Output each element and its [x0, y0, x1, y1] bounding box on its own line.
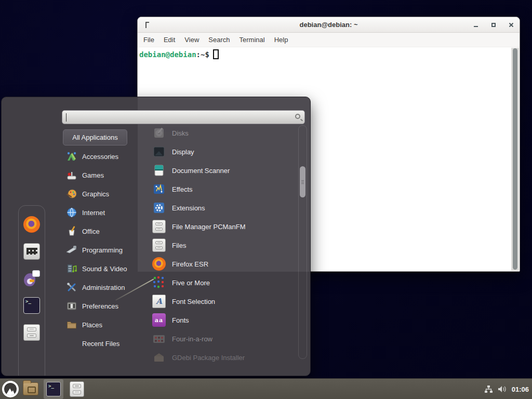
application-menu: debian >_ All Applications Accessories: [1, 97, 311, 376]
taskbar-terminal-icon: >_: [46, 382, 61, 396]
app-list-scrollbar-track[interactable]: [298, 125, 307, 359]
taskbar-folder-icon[interactable]: [23, 382, 38, 395]
terminal-title: debian@debian: ~: [138, 21, 520, 29]
close-button[interactable]: [508, 22, 514, 29]
terminal-scrollbar-thumb[interactable]: [513, 48, 517, 270]
recent-files-icon-empty: [66, 338, 77, 349]
menu-edit[interactable]: Edit: [159, 34, 180, 46]
taskbar-clock[interactable]: 01:06: [512, 385, 529, 393]
app-files[interactable]: Files: [149, 236, 296, 255]
category-administration[interactable]: Administration: [63, 278, 146, 297]
administration-icon: [66, 282, 77, 293]
pidgin-messenger-icon[interactable]: [23, 270, 40, 287]
category-games[interactable]: Games: [63, 166, 146, 184]
keyboard-software-icon[interactable]: [23, 243, 40, 260]
menu-file[interactable]: File: [139, 34, 159, 46]
app-firefox-esr[interactable]: Firefox ESR: [149, 255, 296, 273]
places-folder-icon: [66, 319, 77, 330]
app-four-in-a-row[interactable]: Four-in-a-row: [149, 329, 296, 348]
preferences-icon: [66, 300, 77, 312]
app-disks[interactable]: Disks: [149, 124, 296, 142]
app-font-selection[interactable]: A Font Selection: [149, 292, 296, 311]
terminal-window-icon: [145, 22, 149, 28]
terminal-titlebar[interactable]: debian@debian: ~: [138, 17, 520, 33]
category-office[interactable]: Office: [63, 222, 146, 241]
files-cabinet-icon: [152, 238, 166, 252]
all-applications-button[interactable]: All Applications: [63, 129, 127, 145]
display-icon: [152, 145, 166, 158]
app-extensions[interactable]: Extensions: [149, 198, 296, 217]
maximize-button[interactable]: [490, 22, 497, 29]
taskbar-file-manager-icon[interactable]: [70, 381, 84, 397]
search-icon: [295, 114, 300, 119]
search-caret: [66, 113, 66, 122]
category-programming[interactable]: Programming: [63, 241, 146, 259]
shell-prompt: debian@debian:~$: [139, 49, 219, 59]
menu-terminal[interactable]: Terminal: [235, 34, 270, 46]
graphics-icon: [66, 188, 77, 200]
category-accessories[interactable]: Accessories: [63, 147, 146, 166]
app-document-scanner[interactable]: Document Scanner: [149, 161, 296, 180]
app-pcmanfm[interactable]: File Manager PCManFM: [149, 217, 296, 236]
terminal-cursor: [213, 49, 219, 59]
category-places[interactable]: Places: [63, 315, 146, 334]
app-effects[interactable]: Effects: [149, 180, 296, 198]
category-graphics[interactable]: Graphics: [63, 184, 146, 203]
five-or-more-icon: [152, 276, 166, 289]
effects-icon: [152, 182, 166, 196]
start-menu-button[interactable]: [2, 381, 19, 397]
app-list-scrollbar-thumb[interactable]: [300, 166, 305, 197]
category-preferences[interactable]: Preferences: [63, 297, 146, 315]
programming-icon: [66, 244, 77, 256]
fonts-icon: aa: [152, 313, 166, 327]
internet-globe-icon: [66, 207, 77, 218]
category-sound-video[interactable]: Sound & Video: [63, 259, 146, 278]
accessories-icon: [66, 151, 77, 162]
firefox-esr-icon: [152, 257, 166, 271]
menu-view[interactable]: View: [180, 34, 204, 46]
four-in-a-row-icon: [152, 332, 166, 345]
sound-video-icon: [66, 263, 77, 274]
gdebi-icon: [152, 351, 166, 364]
menu-help[interactable]: Help: [270, 34, 293, 46]
menu-logo-icon: [4, 383, 17, 395]
font-selection-icon: A: [152, 295, 166, 308]
document-scanner-icon: [152, 164, 166, 177]
file-manager-icon[interactable]: [23, 324, 40, 341]
search-input[interactable]: [65, 111, 291, 123]
minimize-button[interactable]: [472, 22, 479, 29]
terminal-menubar: File Edit View Search Terminal Help: [138, 33, 520, 47]
taskbar-terminal-button[interactable]: >_: [44, 379, 63, 399]
app-gdebi[interactable]: GDebi Package Installer: [149, 348, 296, 367]
pcmanfm-cabinet-icon: [152, 220, 166, 233]
category-recent-files[interactable]: Recent Files: [63, 334, 146, 353]
disks-icon: [152, 126, 166, 140]
app-display[interactable]: Display: [149, 142, 296, 161]
games-icon: [66, 169, 77, 181]
menu-search[interactable]: Search: [204, 34, 234, 46]
office-icon: [66, 225, 77, 237]
category-internet[interactable]: Internet: [63, 203, 146, 222]
taskbar: >_ 01:06: [0, 378, 532, 399]
app-fonts[interactable]: aa Fonts: [149, 311, 296, 329]
network-icon[interactable]: [484, 385, 493, 394]
favorites-sidebar: >_: [18, 205, 45, 376]
terminal-launcher-icon[interactable]: >_: [23, 297, 40, 314]
extensions-gear-icon: [152, 201, 166, 215]
prompt-user-host: debian@debian: [139, 50, 196, 59]
volume-icon[interactable]: [498, 385, 507, 393]
app-five-or-more[interactable]: Five or More: [149, 273, 296, 292]
terminal-scrollbar-track[interactable]: [511, 48, 519, 271]
application-list: Disks Display Document Scanner Effects E…: [149, 124, 296, 368]
category-list: Accessories Games Graphics Internet Offi…: [63, 147, 146, 353]
menu-search-box[interactable]: [62, 110, 305, 124]
prompt-path: :~$: [196, 50, 209, 59]
firefox-icon[interactable]: [23, 216, 40, 233]
